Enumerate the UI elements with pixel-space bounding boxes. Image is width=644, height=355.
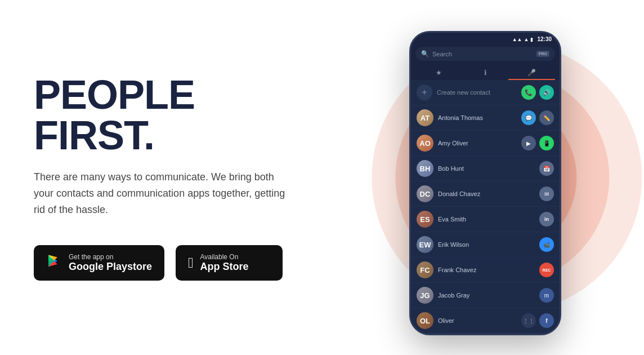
create-contact-row[interactable]: + Create new contact 📞 🔊 [411, 80, 560, 105]
rec-icon[interactable]: REC [539, 263, 554, 277]
contact-list: + Create new contact 📞 🔊 AT Antonia Thom… [411, 80, 560, 334]
contact-name: Erik Wilson [438, 241, 469, 248]
contact-row[interactable]: AO Amy Oliver ▶ 📱 [411, 131, 560, 156]
wifi-icon: ▲ [524, 37, 529, 42]
messenger-icon[interactable]: m [539, 288, 554, 303]
create-contact-left: + Create new contact [417, 85, 490, 100]
avatar: BH [417, 160, 433, 177]
avatar: AO [417, 135, 433, 152]
contact-name: Bob Hunt [438, 165, 464, 172]
search-placeholder: Search [432, 51, 452, 57]
tab-phone[interactable]: 🎤 [508, 65, 555, 80]
speaker-icon[interactable]: 🔊 [539, 85, 554, 100]
apps-icon[interactable]: ⋮⋮ [521, 313, 536, 328]
mail-icon[interactable]: ✉ [539, 187, 554, 201]
calendar-icon[interactable]: 📅 [539, 161, 554, 176]
create-contact-actions: 📞 🔊 [521, 85, 554, 100]
avatar: DC [417, 185, 433, 202]
apple-icon:  [188, 255, 194, 270]
contact-name: Frank Chavez [438, 267, 476, 273]
status-time: 12:30 [537, 36, 552, 42]
contact-name: Amy Oliver [438, 140, 468, 147]
contact-row[interactable]: BH Bob Hunt 📅 [411, 156, 560, 181]
tab-contacts[interactable]: ℹ [462, 65, 509, 80]
tab-favorites[interactable]: ★ [415, 65, 462, 80]
google-play-text: Get the app on Google Playstore [69, 253, 152, 273]
avatar: ES [417, 211, 433, 228]
google-play-icon [46, 253, 62, 273]
facebook-icon[interactable]: f [539, 313, 554, 328]
page-headline: PEOPLE FIRST. [34, 74, 298, 156]
zoom-icon[interactable]: 📹 [539, 237, 554, 252]
contact-row[interactable]: DC Donald Chavez ✉ [411, 181, 560, 207]
avatar: AT [417, 109, 433, 126]
contact-row[interactable]: AT Antonia Thomas 💬 ✏️ [411, 105, 560, 131]
battery-icon: ▮ [530, 37, 533, 42]
app-store-text: Available On App Store [200, 253, 249, 273]
app-store-button[interactable]:  Available On App Store [176, 245, 283, 281]
pro-badge: PRO [536, 51, 549, 57]
contact-row[interactable]: FC Frank Chavez REC [411, 258, 560, 283]
contact-row[interactable]: ES Eva Smith in [411, 207, 560, 232]
whatsapp-icon[interactable]: 📱 [539, 136, 554, 150]
phone-tabs: ★ ℹ 🎤 [411, 63, 560, 80]
linkedin-icon[interactable]: in [539, 212, 554, 227]
edit-icon[interactable]: ✏️ [539, 110, 554, 125]
contact-name: Antonia Thomas [438, 114, 483, 121]
search-icon: 🔍 [421, 50, 429, 57]
plus-icon: + [417, 85, 432, 100]
contact-name: Eva Smith [438, 216, 466, 223]
message-icon[interactable]: 💬 [521, 110, 536, 125]
phone-status-bar: ▲▲ ▲ ▮ 12:30 [411, 33, 560, 45]
google-play-button[interactable]: Get the app on Google Playstore [34, 245, 164, 281]
page-description: There are many ways to communicate. We b… [34, 169, 293, 218]
contact-row[interactable]: JG Jacob Gray m [411, 283, 560, 308]
left-section: PEOPLE FIRST. There are many ways to com… [0, 41, 327, 314]
right-section: ▲▲ ▲ ▮ 12:30 🔍 Search PRO ★ ℹ 🎤 [327, 0, 644, 355]
contact-name: Oliver [438, 317, 454, 324]
phone-search-bar[interactable]: 🔍 Search PRO [415, 47, 555, 61]
store-buttons: Get the app on Google Playstore  Availa… [34, 245, 298, 281]
avatar: FC [417, 261, 433, 278]
contact-row[interactable]: OL Oliver ⋮⋮ f [411, 308, 560, 334]
search-left: 🔍 Search [421, 50, 452, 57]
avatar: EW [417, 236, 433, 253]
contact-name: Donald Chavez [438, 190, 480, 197]
contact-row[interactable]: EW Erik Wilson 📹 [411, 232, 560, 258]
phone-mockup: ▲▲ ▲ ▮ 12:30 🔍 Search PRO ★ ℹ 🎤 [409, 31, 561, 335]
call-icon[interactable]: 📞 [521, 85, 536, 100]
avatar: JG [417, 287, 433, 304]
status-icons: ▲▲ ▲ ▮ 12:30 [512, 36, 552, 42]
signal-icon: ▲▲ [512, 37, 522, 42]
avatar: OL [417, 312, 433, 329]
contact-name: Jacob Gray [438, 292, 469, 299]
play-icon[interactable]: ▶ [521, 136, 536, 150]
create-contact-label: Create new contact [437, 89, 490, 96]
